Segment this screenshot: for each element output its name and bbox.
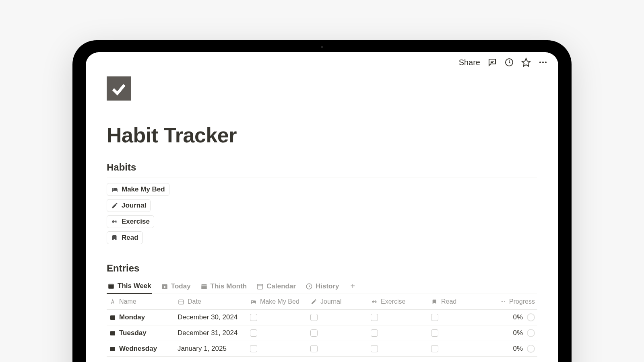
column-progress[interactable]: Progress [489, 294, 537, 309]
share-button[interactable]: Share [459, 58, 480, 67]
column-label: Name [119, 298, 136, 305]
tab-today[interactable]: Today [160, 279, 192, 294]
habit-label: Make My Bed [122, 185, 165, 193]
habit-journal[interactable]: Journal [107, 199, 151, 212]
habit-make-my-bed[interactable]: Make My Bed [107, 183, 169, 196]
comments-icon[interactable] [487, 58, 497, 67]
svg-point-10 [164, 286, 166, 288]
checkbox[interactable] [431, 314, 438, 321]
progress-value: 0% [513, 345, 523, 353]
page-title[interactable]: Habit Tracker [107, 123, 537, 147]
tab-history[interactable]: History [305, 279, 340, 294]
checkbox[interactable] [250, 314, 257, 321]
cell-date: December 31, 2024 [175, 325, 248, 341]
table-row[interactable]: Monday December 30, 2024 0% [107, 310, 537, 325]
pencil-icon [111, 202, 118, 209]
cell-make-bed [248, 341, 308, 356]
svg-point-4 [539, 62, 541, 63]
svg-rect-8 [108, 284, 114, 285]
column-label: Progress [509, 298, 535, 305]
cell-read [429, 341, 489, 356]
tablet-camera [321, 46, 323, 48]
cell-exercise [368, 341, 429, 356]
cell-read [429, 325, 489, 341]
svg-rect-16 [179, 300, 184, 304]
table-row[interactable]: Tuesday December 31, 2024 0% [107, 325, 537, 341]
column-label: Exercise [381, 298, 405, 305]
column-read[interactable]: Read [429, 294, 489, 309]
habits-list: Make My Bed Journal Exercise [107, 183, 537, 244]
cell-date: January 1, 2025 [175, 341, 248, 356]
book-icon [431, 298, 438, 305]
svg-rect-22 [110, 331, 115, 335]
page-check-icon[interactable] [107, 76, 131, 101]
checkbox[interactable] [431, 329, 438, 337]
cell-progress: 0% [489, 341, 537, 356]
cell-progress: 0% [489, 325, 537, 341]
checkbox[interactable] [371, 345, 378, 352]
checkbox[interactable] [250, 329, 257, 337]
row-name-label: Monday [119, 313, 145, 321]
habit-label: Journal [122, 202, 146, 210]
column-make-my-bed[interactable]: Make My Bed [248, 294, 308, 309]
page-content: Habit Tracker Habits Make My Bed Journal [86, 72, 558, 362]
svg-rect-23 [110, 347, 115, 351]
checkbox[interactable] [371, 314, 378, 321]
bed-icon [111, 186, 118, 193]
tab-label: Calendar [266, 282, 296, 290]
add-view-button[interactable]: + [348, 282, 358, 291]
svg-rect-11 [201, 284, 207, 289]
svg-point-20 [504, 301, 505, 302]
tab-calendar[interactable]: Calendar [256, 279, 297, 294]
checkbox[interactable] [310, 345, 318, 352]
habits-section-title: Habits [107, 162, 537, 177]
checkbox[interactable] [431, 345, 438, 352]
habit-exercise[interactable]: Exercise [107, 215, 154, 228]
table-row[interactable]: Wednesday January 1, 2025 0% [107, 341, 537, 357]
more-icon[interactable] [538, 58, 548, 67]
svg-point-19 [502, 301, 503, 302]
habit-read[interactable]: Read [107, 231, 143, 244]
row-name-label: Wednesday [119, 345, 157, 353]
star-icon[interactable] [521, 58, 531, 67]
text-icon [109, 298, 116, 305]
checkbox[interactable] [371, 329, 378, 337]
column-date[interactable]: Date [175, 294, 248, 309]
svg-point-6 [545, 62, 547, 63]
checkbox[interactable] [310, 314, 318, 321]
svg-rect-21 [110, 315, 115, 320]
calendar-icon [109, 345, 116, 352]
clock-icon [305, 283, 313, 290]
habit-label: Exercise [122, 218, 150, 226]
habit-label: Read [122, 234, 138, 242]
app-screen: Share Habit Tracker Habits [86, 52, 558, 362]
svg-marker-3 [522, 58, 530, 66]
svg-rect-13 [258, 284, 263, 289]
tab-label: This Week [118, 282, 151, 290]
cell-exercise [368, 325, 429, 341]
topbar: Share [86, 52, 558, 72]
column-label: Make My Bed [260, 298, 299, 305]
tab-this-month[interactable]: This Month [200, 279, 248, 294]
clock-icon[interactable] [504, 58, 514, 67]
calendar-icon [256, 283, 264, 290]
tab-this-week[interactable]: This Week [107, 279, 152, 294]
cell-make-bed [248, 325, 308, 341]
column-exercise[interactable]: Exercise [368, 294, 429, 309]
calendar-day-icon [161, 283, 168, 290]
pencil-icon [310, 298, 318, 305]
dumbbell-icon [111, 218, 118, 225]
cell-exercise [368, 310, 429, 325]
checkbox[interactable] [310, 329, 318, 337]
row-name-label: Tuesday [119, 329, 147, 337]
table-header: Name Date Make My Bed [107, 294, 537, 310]
book-icon [111, 234, 118, 241]
progress-value: 0% [513, 313, 523, 321]
checkbox[interactable] [250, 345, 257, 352]
column-journal[interactable]: Journal [308, 294, 368, 309]
progress-value: 0% [513, 329, 523, 337]
svg-point-18 [501, 301, 502, 302]
cell-read [429, 310, 489, 325]
progress-ring-icon [527, 329, 535, 337]
column-name[interactable]: Name [107, 294, 175, 309]
